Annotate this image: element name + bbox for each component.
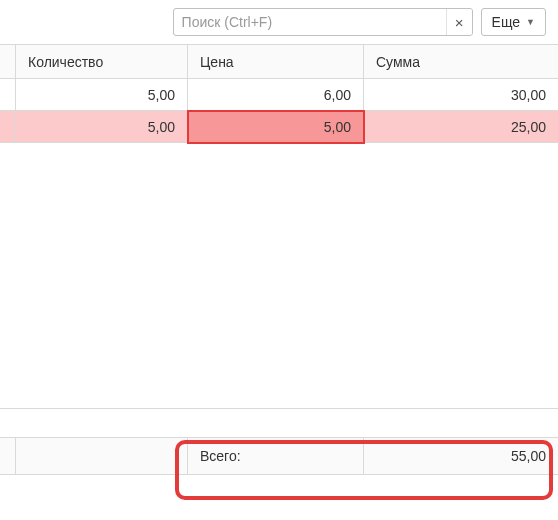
clear-search-button[interactable]: ×: [446, 9, 472, 35]
cell-quantity[interactable]: 5,00: [16, 79, 188, 111]
footer-qty-cell: [16, 438, 188, 474]
header-lead: [0, 45, 16, 79]
row-lead: [0, 79, 16, 111]
data-grid: Количество Цена Сумма 5,006,0030,005,005…: [0, 44, 558, 409]
search-field: ×: [173, 8, 473, 36]
cell-sum[interactable]: 30,00: [364, 79, 558, 111]
cell-sum[interactable]: 25,00: [364, 111, 558, 143]
table-row[interactable]: 5,005,0025,00: [0, 111, 558, 143]
footer-row: Всего: 55,00: [0, 437, 558, 475]
footer-total-label: Всего:: [188, 438, 364, 474]
cell-price[interactable]: 6,00: [188, 79, 364, 111]
grid-header: Количество Цена Сумма: [0, 45, 558, 79]
header-price[interactable]: Цена: [188, 45, 364, 79]
header-sum[interactable]: Сумма: [364, 45, 558, 79]
row-lead: [0, 111, 16, 143]
footer-lead: [0, 438, 16, 474]
more-button[interactable]: Еще ▼: [481, 8, 546, 36]
search-input[interactable]: [173, 8, 473, 36]
cell-price[interactable]: 5,00: [188, 111, 364, 143]
cell-quantity[interactable]: 5,00: [16, 111, 188, 143]
toolbar: × Еще ▼: [0, 0, 558, 44]
grid-body: 5,006,0030,005,005,0025,00: [0, 79, 558, 409]
footer-total-value: 55,00: [364, 438, 558, 474]
chevron-down-icon: ▼: [526, 17, 535, 27]
more-button-label: Еще: [492, 14, 521, 30]
table-row[interactable]: 5,006,0030,00: [0, 79, 558, 111]
header-quantity[interactable]: Количество: [16, 45, 188, 79]
